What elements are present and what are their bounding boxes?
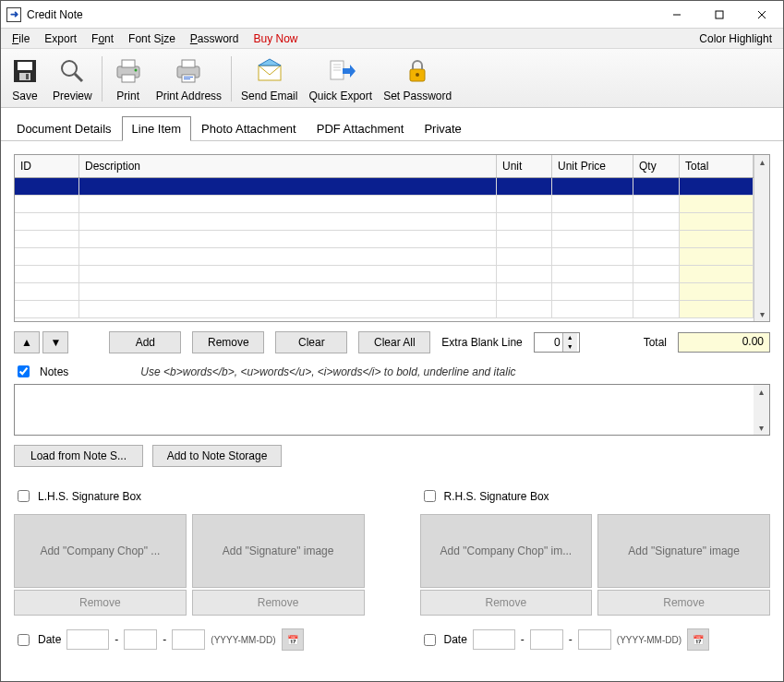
menu-file[interactable]: File xyxy=(5,30,37,47)
table-row[interactable] xyxy=(15,248,754,266)
rhs-remove-chop-button[interactable]: Remove xyxy=(420,590,593,616)
lhs-date-day[interactable] xyxy=(172,629,205,650)
lhs-date-hint: (YYYY-MM-DD) xyxy=(211,635,275,645)
col-header-description[interactable]: Description xyxy=(79,155,497,177)
scroll-up-icon[interactable]: ▴ xyxy=(759,387,764,397)
rhs-remove-signature-button[interactable]: Remove xyxy=(597,590,770,616)
menu-color-highlight[interactable]: Color Highlight xyxy=(692,30,779,47)
rhs-calendar-button[interactable]: 📅 xyxy=(687,628,709,651)
lhs-add-signature-image[interactable]: Add "Signature" image xyxy=(192,514,365,588)
close-button[interactable] xyxy=(741,1,783,29)
svg-rect-7 xyxy=(26,74,29,79)
notes-scrollbar[interactable]: ▴ ▾ xyxy=(754,385,769,435)
tab-photo-attachment[interactable]: Photo Attachment xyxy=(191,116,307,141)
clear-button[interactable]: Clear xyxy=(275,331,347,353)
remove-button[interactable]: Remove xyxy=(192,331,264,353)
scroll-up-icon[interactable]: ▴ xyxy=(760,157,765,167)
rhs-date-checkbox[interactable] xyxy=(424,634,436,646)
scroll-down-icon[interactable]: ▾ xyxy=(760,309,765,319)
menu-fontsize[interactable]: Font Size xyxy=(121,30,183,47)
menu-buynow[interactable]: Buy Now xyxy=(247,30,306,47)
svg-marker-20 xyxy=(259,59,281,66)
menu-export[interactable]: Export xyxy=(37,30,84,47)
notes-hint: Use <b>words</b>, <u>words</u>, <i>words… xyxy=(140,365,515,378)
lhs-date-year[interactable] xyxy=(66,629,109,650)
table-row[interactable] xyxy=(15,231,754,248)
notes-checkbox[interactable] xyxy=(18,365,30,377)
rhs-date-year[interactable] xyxy=(473,629,515,650)
grid-scrollbar[interactable]: ▴ ▾ xyxy=(754,155,769,321)
menu-font[interactable]: Font xyxy=(84,30,121,47)
svg-rect-17 xyxy=(184,77,193,78)
tab-document-details[interactable]: Document Details xyxy=(6,116,122,141)
grid-header: ID Description Unit Unit Price Qty Total xyxy=(15,155,754,178)
tab-private[interactable]: Private xyxy=(414,116,471,141)
print-address-button[interactable]: Print Address xyxy=(151,53,227,105)
set-password-button[interactable]: Set Password xyxy=(378,53,457,105)
rhs-add-signature-image[interactable]: Add "Signature" image xyxy=(597,514,770,588)
table-row[interactable] xyxy=(15,178,754,196)
col-header-unit-price[interactable]: Unit Price xyxy=(552,155,633,177)
notes-box: ▴ ▾ xyxy=(14,384,770,436)
svg-rect-5 xyxy=(18,62,32,70)
table-row[interactable] xyxy=(15,301,754,318)
svg-rect-11 xyxy=(122,60,135,67)
table-row[interactable] xyxy=(15,283,754,301)
lhs-remove-signature-button[interactable]: Remove xyxy=(192,590,365,616)
col-header-total[interactable]: Total xyxy=(680,155,754,177)
preview-button[interactable]: Preview xyxy=(47,53,98,105)
table-row[interactable] xyxy=(15,213,754,231)
add-button[interactable]: Add xyxy=(109,331,181,353)
spin-down-icon[interactable]: ▼ xyxy=(562,342,577,352)
lhs-date-month[interactable] xyxy=(124,629,157,650)
lhs-signature-column: L.H.S. Signature Box Add "Company Chop" … xyxy=(14,487,365,651)
quick-export-button[interactable]: Quick Export xyxy=(303,53,378,105)
toolbar: Save Preview Print Print Address xyxy=(1,49,783,108)
rhs-signature-column: R.H.S. Signature Box Add "Company Chop" … xyxy=(420,487,771,651)
col-header-id[interactable]: ID xyxy=(15,155,79,177)
save-button[interactable]: Save xyxy=(3,53,47,105)
move-down-button[interactable]: ▼ xyxy=(42,331,68,353)
extra-blank-line-field[interactable] xyxy=(535,336,562,349)
move-up-button[interactable]: ▲ xyxy=(14,331,40,353)
spin-up-icon[interactable]: ▲ xyxy=(562,333,577,342)
lhs-date-checkbox[interactable] xyxy=(18,634,30,646)
rhs-date-day[interactable] xyxy=(578,629,611,650)
menu-password[interactable]: Password xyxy=(183,30,247,47)
rhs-add-company-chop[interactable]: Add "Company Chop" im... xyxy=(420,514,593,588)
lhs-signature-checkbox[interactable] xyxy=(18,490,30,502)
add-to-note-storage-button[interactable]: Add to Note Storage xyxy=(152,445,282,467)
table-row[interactable] xyxy=(15,266,754,283)
svg-rect-1 xyxy=(716,11,723,18)
maximize-button[interactable] xyxy=(698,1,741,29)
close-icon xyxy=(757,10,766,19)
print-button[interactable]: Print xyxy=(106,53,151,105)
col-header-unit[interactable]: Unit xyxy=(497,155,552,177)
lhs-remove-chop-button[interactable]: Remove xyxy=(14,590,187,616)
clear-all-button[interactable]: Clear All xyxy=(358,331,430,353)
titlebar: ➜ Credit Note xyxy=(1,1,783,29)
maximize-icon xyxy=(715,10,724,19)
export-arrow-icon xyxy=(326,56,356,86)
rhs-date-month[interactable] xyxy=(530,629,563,650)
load-from-note-storage-button[interactable]: Load from Note S... xyxy=(14,445,143,467)
notes-textarea[interactable] xyxy=(15,385,754,435)
tab-pdf-attachment[interactable]: PDF Attachment xyxy=(307,116,415,141)
send-email-button[interactable]: Send Email xyxy=(235,53,303,105)
svg-rect-6 xyxy=(19,73,30,80)
tab-line-item[interactable]: Line Item xyxy=(122,116,191,141)
svg-point-13 xyxy=(134,69,137,72)
lhs-calendar-button[interactable]: 📅 xyxy=(282,628,304,651)
table-row[interactable] xyxy=(15,196,754,213)
extra-blank-line-input[interactable]: ▲▼ xyxy=(534,332,580,353)
col-header-qty[interactable]: Qty xyxy=(633,155,680,177)
lhs-add-company-chop[interactable]: Add "Company Chop" ... xyxy=(14,514,187,588)
rhs-signature-checkbox[interactable] xyxy=(424,490,436,502)
lock-icon xyxy=(403,56,432,86)
minimize-button[interactable] xyxy=(656,1,698,29)
svg-line-9 xyxy=(75,74,82,81)
line-item-grid[interactable]: ID Description Unit Unit Price Qty Total xyxy=(14,154,770,322)
scroll-down-icon[interactable]: ▾ xyxy=(759,423,764,433)
grid-body[interactable] xyxy=(15,178,754,321)
rhs-signature-label: R.H.S. Signature Box xyxy=(444,490,549,503)
